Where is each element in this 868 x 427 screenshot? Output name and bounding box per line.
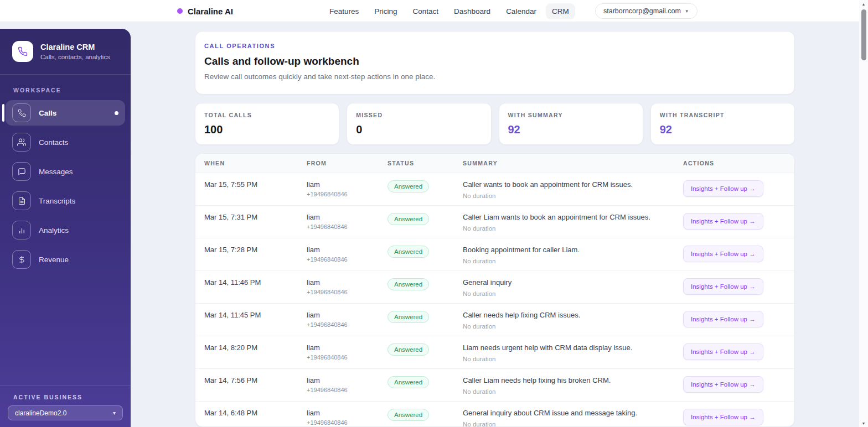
call-summary: Caller Liam wants to book an appointment… — [454, 213, 674, 232]
summary-text: Caller wants to book an appointment for … — [463, 180, 674, 189]
caller-name: liam — [307, 311, 379, 319]
table-row: Mar 14, 6:48 PM liam +19496840846 Answer… — [195, 402, 794, 427]
call-status: Answered — [379, 246, 454, 258]
caller-name: liam — [307, 278, 379, 287]
page-subtitle: Review call outcomes quickly and take ne… — [204, 72, 786, 81]
workspace-section-label: WORKSPACE — [0, 75, 131, 100]
column-header-summary: SUMMARY — [454, 160, 674, 166]
status-badge: Answered — [388, 343, 429, 356]
call-summary: Caller needs help fixing CRM issues. No … — [454, 311, 674, 330]
sidebar-item-label: Analytics — [39, 226, 69, 235]
summary-text: Booking appointment for caller Liam. — [463, 246, 674, 254]
business-select[interactable]: claralineDemo2.0 ▾ — [8, 405, 123, 420]
sidebar-item-analytics[interactable]: Analytics — [6, 217, 125, 243]
scroll-down-arrow-icon[interactable]: ▼ — [862, 419, 866, 427]
page-scrollbar[interactable]: ▲ ▼ — [859, 0, 868, 427]
sidebar-item-label: Revenue — [39, 256, 69, 264]
business-select-value: claralineDemo2.0 — [15, 409, 66, 417]
insights-followup-button[interactable]: Insights + Follow up → — [683, 278, 763, 295]
sidebar-item-transcripts[interactable]: Transcripts — [6, 188, 125, 214]
account-menu[interactable]: starborncorp@gmail.com ▼ — [595, 3, 698, 19]
status-badge: Answered — [388, 376, 429, 388]
brand-name: Claraline AI — [188, 7, 233, 16]
document-icon — [12, 191, 31, 210]
caller-phone: +19496840846 — [307, 256, 379, 263]
call-when: Mar 14, 11:46 PM — [195, 278, 298, 287]
stat-card-missed: MISSED0 — [347, 103, 491, 145]
call-actions: Insights + Follow up → — [674, 278, 794, 295]
caller-phone: +19496840846 — [307, 354, 379, 361]
app-name: Claraline CRM — [40, 43, 110, 51]
call-from: liam +19496840846 — [298, 213, 379, 230]
duration-text: No duration — [463, 290, 674, 297]
call-summary: Booking appointment for caller Liam. No … — [454, 246, 674, 264]
nav-link-dashboard[interactable]: Dashboard — [448, 3, 497, 19]
call-from: liam +19496840846 — [298, 376, 379, 393]
brand-logo-dot-icon — [177, 8, 183, 14]
table-row: Mar 15, 7:55 PM liam +19496840846 Answer… — [195, 173, 794, 206]
insights-followup-button[interactable]: Insights + Follow up → — [683, 180, 763, 197]
stat-value: 92 — [508, 123, 634, 136]
sidebar-item-calls[interactable]: Calls — [6, 100, 125, 126]
nav-link-features[interactable]: Features — [323, 3, 365, 19]
call-summary: Liam needs urgent help with CRM data dis… — [454, 343, 674, 362]
status-badge: Answered — [388, 278, 429, 290]
caller-phone: +19496840846 — [307, 191, 379, 197]
table-row: Mar 14, 7:56 PM liam +19496840846 Answer… — [195, 369, 794, 402]
summary-text: General inquiry — [463, 278, 674, 287]
nav-link-contact[interactable]: Contact — [407, 3, 445, 19]
table-row: Mar 14, 11:46 PM liam +19496840846 Answe… — [195, 271, 794, 304]
call-status: Answered — [379, 180, 454, 192]
duration-text: No duration — [463, 356, 674, 362]
column-header-status: STATUS — [379, 160, 454, 166]
sidebar-item-messages[interactable]: Messages — [6, 159, 125, 184]
stat-label: MISSED — [356, 112, 482, 118]
sidebar-item-revenue[interactable]: Revenue — [6, 247, 125, 272]
summary-text: Caller Liam wants to book an appointment… — [463, 213, 674, 221]
stat-card-with-summary: WITH SUMMARY92 — [499, 103, 643, 145]
stat-value: 100 — [204, 123, 330, 136]
insights-followup-button[interactable]: Insights + Follow up → — [683, 246, 763, 262]
insights-followup-button[interactable]: Insights + Follow up → — [683, 343, 763, 360]
scroll-up-arrow-icon[interactable]: ▲ — [862, 0, 866, 8]
table-header: WHENFROMSTATUSSUMMARYACTIONS — [195, 154, 794, 173]
sidebar-item-label: Transcripts — [39, 197, 75, 205]
stat-card-with-transcript: WITH TRANSCRIPT92 — [650, 103, 795, 145]
dollar-icon — [12, 250, 31, 269]
nav-link-calendar[interactable]: Calendar — [500, 3, 542, 19]
sidebar-item-contacts[interactable]: Contacts — [6, 129, 125, 155]
duration-text: No duration — [463, 192, 674, 199]
caret-down-icon: ▼ — [685, 9, 689, 14]
sidebar: Claraline CRM Calls, contacts, analytics… — [0, 29, 131, 427]
nav-link-crm[interactable]: CRM — [546, 3, 575, 19]
call-when: Mar 15, 7:28 PM — [195, 246, 298, 254]
call-summary: Caller Liam needs help fixing his broken… — [454, 376, 674, 395]
scrollbar-thumb[interactable] — [861, 9, 866, 60]
call-from: liam +19496840846 — [298, 409, 379, 426]
call-status: Answered — [379, 343, 454, 356]
active-dot-icon — [115, 111, 118, 115]
caller-name: liam — [307, 343, 379, 352]
insights-followup-button[interactable]: Insights + Follow up → — [683, 409, 763, 425]
caller-phone: +19496840846 — [307, 419, 379, 426]
duration-text: No duration — [463, 323, 674, 330]
sidebar-bottom: ACTIVE BUSINESS claralineDemo2.0 ▾ — [0, 386, 131, 427]
chevron-down-icon: ▾ — [113, 410, 116, 416]
call-summary: Caller wants to book an appointment for … — [454, 180, 674, 199]
section-eyebrow: CALL OPERATIONS — [204, 43, 786, 49]
call-actions: Insights + Follow up → — [674, 376, 794, 393]
sidebar-item-label: Calls — [39, 109, 56, 117]
stat-card-total-calls: TOTAL CALLS100 — [195, 103, 339, 145]
status-badge: Answered — [388, 213, 429, 225]
nav-link-pricing[interactable]: Pricing — [368, 3, 403, 19]
phone-app-icon — [12, 41, 33, 62]
account-email: starborncorp@gmail.com — [603, 7, 681, 15]
insights-followup-button[interactable]: Insights + Follow up → — [683, 213, 763, 230]
call-actions: Insights + Follow up → — [674, 246, 794, 262]
insights-followup-button[interactable]: Insights + Follow up → — [683, 376, 763, 393]
insights-followup-button[interactable]: Insights + Follow up → — [683, 311, 763, 327]
call-status: Answered — [379, 376, 454, 388]
summary-text: Caller needs help fixing CRM issues. — [463, 311, 674, 319]
call-from: liam +19496840846 — [298, 311, 379, 328]
duration-text: No duration — [463, 225, 674, 232]
